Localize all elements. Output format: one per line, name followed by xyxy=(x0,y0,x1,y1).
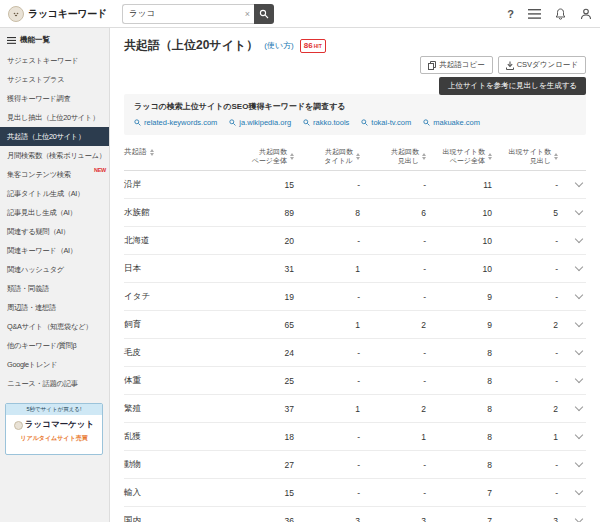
row-expand[interactable] xyxy=(558,183,586,186)
top-sites-info-box: ラッコの検索上位サイトのSEO獲得キーワードを調査する related-keyw… xyxy=(124,94,586,135)
chevron-down-icon[interactable] xyxy=(575,375,583,383)
column-header[interactable]: 出現サイト数ページ全体 xyxy=(426,147,492,165)
cell-value: 15 xyxy=(228,180,294,190)
menu-icon[interactable] xyxy=(528,9,541,19)
column-header[interactable]: 共起回数タイトル xyxy=(294,147,360,165)
logo[interactable]: ラッコキーワード xyxy=(0,6,107,22)
chevron-down-icon[interactable] xyxy=(575,459,583,467)
chevron-down-icon[interactable] xyxy=(575,515,583,522)
column-label-sub: タイトル xyxy=(324,156,353,165)
sidebar-item[interactable]: 獲得キーワード調査 xyxy=(0,89,109,108)
copy-cooccurrence-button[interactable]: 共起語コピー xyxy=(420,56,492,74)
site-link[interactable]: rakko.tools xyxy=(303,118,349,127)
sidebar-ad-banner[interactable]: 5秒でサイトが買える! ラッコマーケット リアルタイムサイト売買 xyxy=(5,403,103,455)
column-label: 共起回数ページ全体 xyxy=(252,147,287,165)
cooccurrence-word: 繁殖 xyxy=(124,403,228,415)
logo-text: ラッコキーワード xyxy=(28,7,107,21)
table-row: 動物27--8- xyxy=(124,451,586,479)
cell-value: 8 xyxy=(426,432,492,442)
cell-value: 1 xyxy=(492,432,558,442)
info-heading: ラッコの検索上位サイトのSEO獲得キーワードを調査する xyxy=(134,101,576,112)
sidebar-item[interactable]: Q&Aサイト（知恵袋など） xyxy=(0,317,109,336)
row-expand[interactable] xyxy=(558,267,586,270)
column-header[interactable]: 共起回数ページ全体 xyxy=(228,147,294,165)
user-icon[interactable] xyxy=(580,8,592,20)
row-expand[interactable] xyxy=(558,491,586,494)
search-icon xyxy=(134,119,141,126)
column-header[interactable]: 出現サイト数見出し xyxy=(492,147,558,165)
chevron-down-icon[interactable] xyxy=(575,431,583,439)
cooccurrence-word: 日本 xyxy=(124,263,228,275)
help-icon[interactable]: ? xyxy=(507,8,514,20)
sidebar-item[interactable]: ニュース・話題の記事 xyxy=(0,374,109,393)
search-button[interactable] xyxy=(254,4,274,24)
column-header[interactable]: 共起回数見出し xyxy=(360,147,426,165)
table-row: 乱獲18-181 xyxy=(124,423,586,451)
search-icon xyxy=(361,119,368,126)
row-expand[interactable] xyxy=(558,323,586,326)
chevron-down-icon[interactable] xyxy=(575,291,583,299)
sidebar-item-label: 他のキーワード/質問β xyxy=(7,341,76,350)
usage-link[interactable]: (使い方) xyxy=(264,40,294,51)
chevron-down-icon[interactable] xyxy=(575,319,583,327)
sidebar-item[interactable]: 周辺語・連想語 xyxy=(0,298,109,317)
row-expand[interactable] xyxy=(558,295,586,298)
sidebar-item[interactable]: 類語・同義語 xyxy=(0,279,109,298)
csv-download-button[interactable]: CSVダウンロード xyxy=(498,56,586,74)
sidebar-item[interactable]: 他のキーワード/質問β xyxy=(0,336,109,355)
sidebar-item[interactable]: Googleトレンド xyxy=(0,355,109,374)
search-icon xyxy=(423,119,430,126)
chevron-down-icon[interactable] xyxy=(575,403,583,411)
chevron-down-icon[interactable] xyxy=(575,487,583,495)
sidebar-item[interactable]: 関連キーワード（AI） xyxy=(0,241,109,260)
cell-value: - xyxy=(492,488,558,498)
cell-value: 25 xyxy=(228,376,294,386)
cell-value: 20 xyxy=(228,236,294,246)
site-link[interactable]: related-keywords.com xyxy=(134,118,217,127)
site-link[interactable]: makuake.com xyxy=(423,118,480,127)
generate-headings-button[interactable]: 上位サイトを参考に見出しを生成する xyxy=(439,77,586,95)
row-expand[interactable] xyxy=(558,211,586,214)
cell-value: 3 xyxy=(360,516,426,522)
cooccurrence-word: 体重 xyxy=(124,375,228,387)
row-expand[interactable] xyxy=(558,407,586,410)
chevron-down-icon[interactable] xyxy=(575,235,583,243)
copy-button-label: 共起語コピー xyxy=(439,60,484,70)
sidebar-item[interactable]: 記事見出し生成（AI） xyxy=(0,203,109,222)
row-expand[interactable] xyxy=(558,463,586,466)
cell-value: - xyxy=(294,180,360,190)
table-row: 体重25--8- xyxy=(124,367,586,395)
clear-search-icon[interactable]: × xyxy=(245,8,250,20)
sidebar-menu-title-label: 機能一覧 xyxy=(20,35,50,45)
search-input[interactable] xyxy=(122,4,254,24)
cell-value: 10 xyxy=(426,208,492,218)
sidebar-item-label: Googleトレンド xyxy=(7,360,57,369)
cooccurrence-word: 動物 xyxy=(124,459,228,471)
header-icons: ? xyxy=(507,0,592,28)
column-header-word[interactable]: 共起語 xyxy=(124,147,228,157)
chevron-down-icon[interactable] xyxy=(575,347,583,355)
row-expand[interactable] xyxy=(558,351,586,354)
sidebar-item[interactable]: サジェストプラス xyxy=(0,70,109,89)
column-label: 共起回数見出し xyxy=(391,147,419,165)
sidebar-item[interactable]: 関連する疑問（AI） xyxy=(0,222,109,241)
chevron-down-icon[interactable] xyxy=(575,263,583,271)
bell-icon[interactable] xyxy=(555,8,566,20)
cell-value: 11 xyxy=(426,180,492,190)
row-expand[interactable] xyxy=(558,239,586,242)
cell-value: 8 xyxy=(426,404,492,414)
row-expand[interactable] xyxy=(558,435,586,438)
site-link[interactable]: ja.wikipedia.org xyxy=(229,118,291,127)
sidebar-item[interactable]: 月間検索数（検索ボリューム） xyxy=(0,146,109,165)
chevron-down-icon[interactable] xyxy=(575,207,583,215)
site-link[interactable]: tokai-tv.com xyxy=(361,118,411,127)
sidebar-item[interactable]: 共起語（上位20サイト） xyxy=(0,127,109,146)
column-label-sub: ページ全体 xyxy=(443,156,486,165)
sidebar-item[interactable]: 見出し抽出（上位20サイト） xyxy=(0,108,109,127)
sidebar-item[interactable]: サジェストキーワード xyxy=(0,51,109,70)
sidebar-item[interactable]: 関連ハッシュタグ xyxy=(0,260,109,279)
sidebar-item[interactable]: 集客コンテンツ検索NEW xyxy=(0,165,109,184)
row-expand[interactable] xyxy=(558,379,586,382)
sidebar-item[interactable]: 記事タイトル生成（AI） xyxy=(0,184,109,203)
chevron-down-icon[interactable] xyxy=(575,179,583,187)
